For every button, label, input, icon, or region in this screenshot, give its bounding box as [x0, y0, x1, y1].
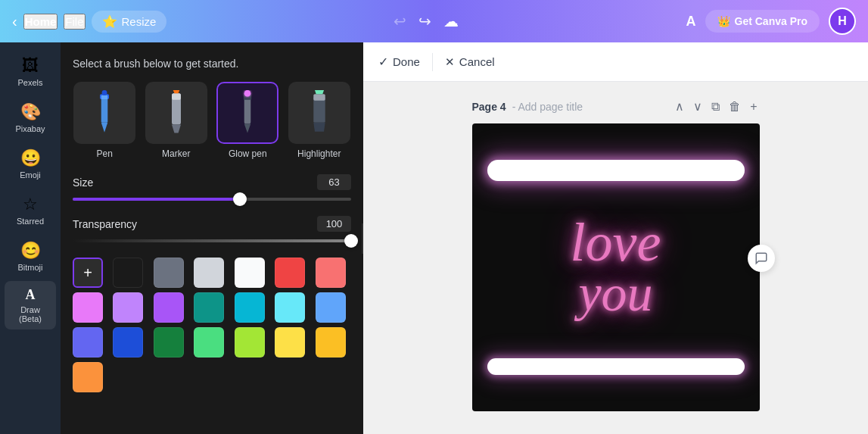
color-green[interactable] — [194, 327, 224, 358]
starred-icon: ☆ — [23, 195, 38, 214]
svg-rect-3 — [101, 95, 108, 99]
color-indigo[interactable] — [73, 327, 103, 358]
page-copy-button[interactable]: ⧉ — [709, 98, 722, 116]
page-card: Page 4 - Add page title ∧ ∨ ⧉ 🗑 + lov — [472, 97, 760, 411]
undo-button[interactable]: ↩ — [394, 12, 406, 30]
color-orange[interactable] — [73, 362, 103, 392]
sidebar-item-starred[interactable]: ☆ Starred — [5, 189, 56, 232]
color-cyan[interactable] — [235, 292, 265, 323]
color-gray[interactable] — [154, 258, 184, 288]
color-black[interactable] — [113, 258, 143, 288]
comment-button[interactable] — [748, 245, 775, 272]
bitmoji-icon: 😊 — [20, 241, 41, 261]
transparency-slider-track[interactable] — [73, 239, 351, 242]
sidebar-item-pexels[interactable]: 🖼 Pexels — [5, 50, 56, 93]
sidebar-label-draw: Draw (Beta) — [9, 305, 51, 323]
you-text: you — [571, 265, 661, 322]
comment-icon — [754, 251, 768, 265]
transparency-section: Transparency 100 — [73, 216, 351, 242]
avatar[interactable]: H — [829, 8, 856, 35]
transparency-slider-thumb[interactable] — [344, 234, 358, 248]
color-grid: + — [73, 258, 351, 392]
page-subtitle: - Add page title — [512, 101, 583, 113]
back-button[interactable]: ‹ — [12, 13, 17, 30]
color-navy[interactable] — [113, 327, 143, 358]
canvas-content: Page 4 - Add page title ∧ ∨ ⧉ 🗑 + lov — [363, 82, 868, 434]
page-title: Page 4 — [472, 101, 506, 113]
canvas-area: ✓ Done ✕ Cancel Page 4 - Add page title … — [363, 42, 868, 434]
sidebar-item-pixabay[interactable]: 🎨 Pixabay — [5, 96, 56, 139]
sidebar-label-bitmoji: Bitmoji — [17, 263, 42, 272]
redo-button[interactable]: ↪ — [418, 12, 431, 30]
svg-rect-15 — [313, 94, 325, 101]
svg-point-12 — [244, 90, 251, 97]
draw-icon: A — [26, 287, 36, 303]
color-light-cyan[interactable] — [275, 292, 305, 323]
main-layout: 🖼 Pexels 🎨 Pixabay 😀 Emoji ☆ Starred 😊 B… — [0, 42, 868, 434]
done-label: Done — [393, 55, 420, 68]
cloud-save-icon: ☁ — [443, 12, 459, 30]
toolbar-divider — [432, 53, 433, 71]
color-yellow-green[interactable] — [235, 327, 265, 358]
color-light-gray[interactable] — [194, 258, 224, 288]
get-canva-pro-button[interactable]: 👑 Get Canva Pro — [705, 10, 820, 33]
color-yellow[interactable] — [275, 327, 305, 358]
sidebar-label-starred: Starred — [17, 217, 44, 226]
glow-pen-label: Glow pen — [229, 148, 267, 159]
text-tool-button[interactable]: A — [686, 14, 696, 30]
size-slider-thumb[interactable] — [233, 192, 247, 206]
done-button[interactable]: ✓ Done — [378, 55, 420, 69]
canvas-image[interactable]: love you — [472, 123, 760, 411]
cancel-button[interactable]: ✕ Cancel — [445, 55, 495, 69]
sidebar-item-draw[interactable]: A Draw (Beta) — [5, 281, 56, 329]
icon-sidebar: 🖼 Pexels 🎨 Pixabay 😀 Emoji ☆ Starred 😊 B… — [0, 42, 61, 434]
brush-pen[interactable]: Pen — [73, 82, 137, 159]
add-color-swatch[interactable]: + — [73, 258, 103, 288]
color-teal[interactable] — [194, 292, 224, 323]
resize-button[interactable]: ⭐ Resize — [92, 11, 167, 33]
color-purple[interactable] — [154, 292, 184, 323]
svg-rect-7 — [172, 93, 181, 100]
color-blue[interactable] — [316, 292, 346, 323]
page-down-button[interactable]: ∨ — [691, 97, 705, 116]
pixabay-icon: 🎨 — [20, 102, 41, 122]
neon-bar-bottom — [487, 358, 745, 375]
sidebar-item-emoji[interactable]: 😀 Emoji — [5, 142, 56, 186]
brush-glow-pen[interactable]: Glow pen — [216, 82, 280, 159]
page-up-button[interactable]: ∧ — [673, 97, 686, 116]
pen-box — [73, 82, 135, 144]
page-delete-button[interactable]: 🗑 — [726, 98, 743, 116]
resize-label: Resize — [122, 15, 157, 28]
size-section: Size 63 — [73, 174, 351, 201]
color-white[interactable] — [235, 258, 265, 288]
file-menu[interactable]: File — [64, 14, 85, 30]
panel-title: Select a brush below to get started. — [73, 58, 351, 70]
brush-highlighter[interactable]: Highlighter — [288, 82, 352, 159]
svg-marker-8 — [173, 90, 179, 93]
svg-marker-1 — [101, 123, 108, 133]
marker-label: Marker — [162, 148, 190, 159]
color-pink-red[interactable] — [316, 258, 346, 288]
size-label: Size — [73, 176, 93, 189]
sidebar-item-bitmoji[interactable]: 😊 Bitmoji — [5, 235, 56, 278]
home-button[interactable]: Home — [23, 14, 58, 30]
marker-svg — [157, 90, 195, 136]
emoji-icon: 😀 — [20, 148, 41, 168]
color-red[interactable] — [275, 258, 305, 288]
svg-marker-10 — [244, 124, 251, 133]
color-amber[interactable] — [316, 327, 346, 358]
size-value: 63 — [317, 174, 351, 190]
brush-marker[interactable]: Marker — [145, 82, 209, 159]
size-slider-fill — [73, 198, 240, 201]
draw-panel: Select a brush below to get started. Pen — [61, 42, 363, 434]
size-slider-track[interactable] — [73, 198, 351, 201]
color-dark-green[interactable] — [154, 327, 184, 358]
canvas-image-container: love you — [472, 123, 760, 411]
pexels-icon: 🖼 — [22, 56, 39, 76]
page-add-button[interactable]: + — [748, 98, 759, 116]
canvas-toolbar: ✓ Done ✕ Cancel — [363, 42, 868, 82]
glow-pen-svg — [229, 90, 266, 136]
color-pink[interactable] — [73, 292, 103, 323]
color-light-purple[interactable] — [113, 292, 143, 323]
sidebar-label-pexels: Pexels — [17, 78, 42, 87]
